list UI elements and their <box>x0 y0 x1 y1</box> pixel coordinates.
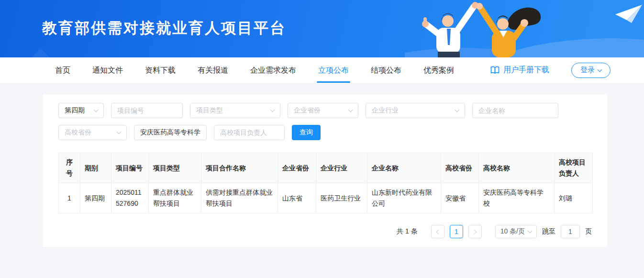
filter-row-1: 第四期 项目类型 企业省份 企业行业 <box>58 103 592 118</box>
nav-item-home[interactable]: 首页 <box>55 57 70 83</box>
col-header-school-leader: 高校项目负责人 <box>555 153 593 183</box>
project-type-placeholder: 项目类型 <box>196 106 223 115</box>
col-header-school-name: 高校名称 <box>479 153 555 183</box>
project-type-select[interactable]: 项目类型 <box>190 103 280 118</box>
page-number-1[interactable]: 1 <box>450 225 463 238</box>
school-name-input[interactable] <box>134 125 207 140</box>
col-header-project-type: 项目类型 <box>149 153 201 183</box>
page-suffix-label: 页 <box>585 227 592 236</box>
results-table: 序号 期别 项目编号 项目类型 项目合作名称 企业省份 企业行业 企业名称 高校… <box>58 153 593 213</box>
site-title: 教育部供需对接就业育人项目平台 <box>42 18 286 38</box>
user-manual-download-link[interactable]: 用户手册下载 <box>490 65 549 75</box>
login-label: 登录 <box>580 66 595 75</box>
col-header-project-no: 项目编号 <box>111 153 149 183</box>
col-header-company-province: 企业省份 <box>278 153 316 183</box>
school-province-placeholder: 高校省份 <box>65 128 91 137</box>
chevron-down-icon <box>94 108 99 112</box>
cell-company-province: 山东省 <box>278 183 316 213</box>
site-header: 教育部供需对接就业育人项目平台 <box>0 0 644 57</box>
nav-item-project-completion[interactable]: 结项公布 <box>371 57 401 83</box>
chevron-down-icon <box>598 67 602 72</box>
chevron-down-icon <box>455 108 460 112</box>
jump-to-label: 跳至 <box>542 227 555 236</box>
nav-item-reports[interactable]: 有关报道 <box>198 57 228 83</box>
nav-item-company-needs[interactable]: 企业需求发布 <box>250 57 296 83</box>
cell-school-name: 安庆医药高等专科学校 <box>479 183 555 213</box>
jump-page-input[interactable] <box>561 225 580 238</box>
col-header-project-name: 项目合作名称 <box>201 153 278 183</box>
col-header-school-province: 高校省份 <box>441 153 479 183</box>
header-decoration <box>10 48 71 57</box>
cell-project-name: 供需对接重点群体就业帮扶项目 <box>201 183 278 213</box>
next-page-button[interactable] <box>468 225 482 238</box>
pagination: 共 1 条 1 10 条/页 跳至 页 <box>58 225 592 238</box>
nav-item-best-cases[interactable]: 优秀案例 <box>423 57 454 83</box>
chevron-left-icon <box>436 229 441 234</box>
period-select[interactable]: 第四期 <box>58 103 104 118</box>
paper-plane-icon <box>615 5 642 23</box>
page-size-select[interactable]: 10 条/页 <box>495 225 537 238</box>
col-header-index: 序号 <box>59 153 80 183</box>
nav-item-notices[interactable]: 通知文件 <box>92 57 123 83</box>
col-header-company-name: 企业名称 <box>367 153 441 183</box>
chevron-right-icon <box>472 229 477 234</box>
table-row: 1 第四期 2025011527690 重点群体就业帮扶项目 供需对接重点群体就… <box>59 183 593 213</box>
company-province-select[interactable]: 企业省份 <box>288 103 358 118</box>
company-name-input[interactable] <box>472 103 558 118</box>
search-button[interactable]: 查询 <box>292 125 321 140</box>
col-header-period: 期别 <box>80 153 111 183</box>
high-five-illustration <box>405 0 644 57</box>
cell-company-industry: 医药卫生行业 <box>316 183 367 213</box>
cell-index: 1 <box>59 183 80 213</box>
prev-page-button[interactable] <box>431 225 444 238</box>
filter-row-2: 高校省份 查询 <box>58 125 592 140</box>
content-card: 第四期 项目类型 企业省份 企业行业 高校省份 <box>43 94 607 247</box>
nav-item-downloads[interactable]: 资料下载 <box>145 57 176 83</box>
chevron-down-icon <box>348 108 353 112</box>
cell-company-name: 山东新时代药业有限公司 <box>367 183 441 213</box>
chevron-down-icon <box>117 130 122 134</box>
page-size-value: 10 条/页 <box>500 227 525 236</box>
school-province-select[interactable]: 高校省份 <box>58 125 127 140</box>
total-count-label: 共 1 条 <box>397 227 418 236</box>
company-province-placeholder: 企业省份 <box>294 106 321 115</box>
manual-link-label: 用户手册下载 <box>503 65 549 75</box>
cell-school-province: 安徽省 <box>441 183 479 213</box>
book-icon <box>490 66 500 74</box>
cell-project-type: 重点群体就业帮扶项目 <box>149 183 201 213</box>
page-body: 第四期 项目类型 企业省份 企业行业 高校省份 <box>0 83 644 247</box>
nav-item-project-approval[interactable]: 立项公布 <box>318 57 349 83</box>
period-select-value: 第四期 <box>65 106 85 115</box>
company-industry-select[interactable]: 企业行业 <box>366 103 465 118</box>
login-button[interactable]: 登录 <box>571 63 611 78</box>
chevron-down-icon <box>270 108 275 112</box>
company-industry-placeholder: 企业行业 <box>372 106 399 115</box>
cell-school-leader: 刘璐 <box>555 183 593 213</box>
chevron-down-icon <box>528 229 533 234</box>
cell-project-no: 2025011527690 <box>111 183 149 213</box>
main-nav: 首页 通知文件 资料下载 有关报道 企业需求发布 立项公布 结项公布 优秀案例 … <box>0 57 644 83</box>
table-header-row: 序号 期别 项目编号 项目类型 项目合作名称 企业省份 企业行业 企业名称 高校… <box>59 153 593 183</box>
school-leader-input[interactable] <box>214 125 285 140</box>
col-header-company-industry: 企业行业 <box>316 153 367 183</box>
project-no-input[interactable] <box>111 103 183 118</box>
cell-period: 第四期 <box>80 183 111 213</box>
